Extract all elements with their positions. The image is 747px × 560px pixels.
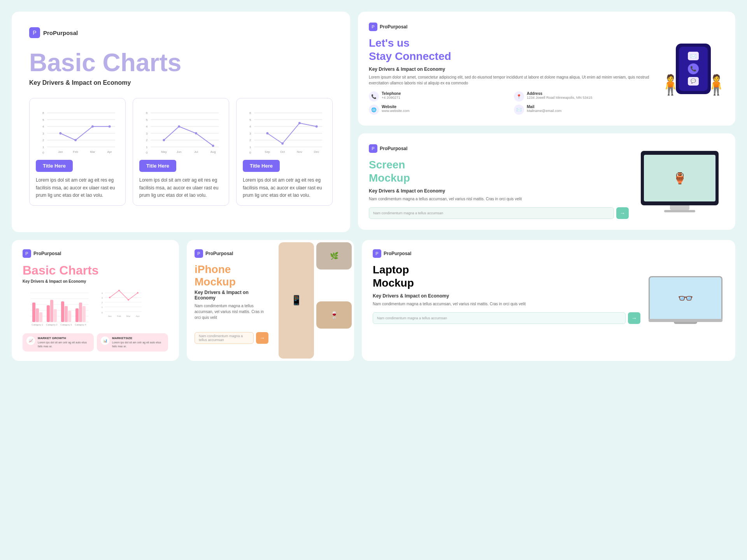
monitor-stand	[670, 205, 689, 210]
svg-rect-69	[32, 303, 35, 322]
svg-text:3: 3	[42, 132, 44, 135]
laptop-logo-row: P ProPurposal	[373, 249, 640, 258]
iphone-subtitle: Key Drivers & Impact on Economy	[195, 290, 268, 301]
svg-text:2: 2	[146, 139, 147, 142]
screen-body: Nam condimentum magna a tellus accumsan,…	[369, 196, 629, 202]
svg-rect-75	[54, 309, 57, 322]
svg-point-39	[178, 126, 180, 128]
chart-3-title-btn[interactable]: Title Here	[243, 160, 280, 172]
svg-text:0: 0	[146, 151, 148, 155]
svg-rect-73	[47, 305, 50, 322]
iphone-logo-row: P ProPurposal	[195, 249, 268, 258]
svg-text:Jan: Jan	[108, 315, 112, 317]
connected-content: P ProPurposal Let's us Stay Connected Ke…	[369, 23, 656, 115]
screen-input-row: Nam condimentum magna a tellus accumsan …	[369, 207, 629, 219]
svg-point-102	[137, 292, 139, 294]
screen-mockup-card: P ProPurposal Screen Mockup Key Drivers …	[358, 133, 735, 230]
svg-point-101	[128, 299, 129, 301]
bottom-charts-body: Category 1 Category 2 Category 3	[23, 289, 168, 329]
small-line-chart-svg: 4 3 2 1 0 Jan Feb Mar Apr	[99, 289, 146, 320]
svg-text:Apr: Apr	[107, 150, 112, 154]
screen-mockup-content: P ProPurposal Screen Mockup Key Drivers …	[369, 144, 629, 219]
svg-rect-70	[36, 308, 39, 322]
laptop-card: P ProPurposal Laptop Mockup Key Drivers …	[362, 240, 735, 361]
iphone-input-field[interactable]: Nam condimentum magna a tellus accumsan	[195, 332, 254, 344]
main-logo-text: ProPurposal	[43, 30, 78, 36]
screen-mockup-inner: P ProPurposal Screen Mockup Key Drivers …	[369, 144, 724, 219]
iphone-img-left: 📱	[279, 242, 314, 359]
iphone-title: iPhone Mockup	[195, 263, 268, 288]
person-left-illustration: 🧍	[658, 74, 682, 96]
svg-text:Nov: Nov	[297, 150, 302, 154]
svg-rect-71	[39, 312, 42, 322]
chart-box-2: 6 5 4 3 2 1 0 May Jun Jul Aug	[133, 98, 229, 206]
contact-address: 📍 Address 1234 Jowell Road Minneapolis, …	[514, 91, 656, 102]
info-box-marketsize: 📊 MARKETSIZE Lorem ips dol sit am cetr a…	[97, 333, 168, 352]
screen-title: Screen Mockup	[369, 158, 629, 184]
svg-rect-74	[50, 300, 53, 322]
svg-text:Category 2: Category 2	[46, 324, 58, 326]
connected-card-inner: P ProPurposal Let's us Stay Connected Ke…	[369, 23, 724, 115]
svg-text:5: 5	[249, 118, 251, 122]
svg-text:3: 3	[249, 132, 251, 135]
svg-text:0: 0	[249, 151, 251, 155]
chart-box-1: 6 5 4 3 2 1 0 Jan Feb Mar Apr	[29, 98, 126, 206]
laptop-input-button[interactable]: →	[628, 312, 640, 324]
charts-row: 6 5 4 3 2 1 0 Jan Feb Mar Apr	[29, 98, 333, 206]
message-icon: ✉️	[688, 52, 699, 60]
line-chart-1: 6 5 4 3 2 1 0 Jan Feb Mar Apr	[36, 105, 119, 155]
info-boxes: 📈 MARKET GROWTH Lorem ips dol sit am cet…	[23, 333, 168, 352]
laptop-input-field[interactable]: Nam condimentum magna a tellus accumsan	[373, 312, 626, 324]
chart-2-title-btn[interactable]: Title Here	[139, 160, 176, 172]
laptop-card-inner: P ProPurposal Laptop Mockup Key Drivers …	[373, 249, 724, 324]
main-logo-row: P ProPurposal	[29, 27, 333, 38]
svg-text:5: 5	[42, 118, 44, 122]
svg-text:Jan: Jan	[58, 150, 63, 154]
svg-text:1: 1	[102, 306, 103, 308]
chart-1-desc: Lorem ips dol sit am cetr ag eit res eg …	[36, 177, 119, 199]
svg-text:Category 1: Category 1	[32, 324, 43, 326]
bar-chart-container: Category 1 Category 2 Category 3	[23, 289, 93, 329]
screen-input-field[interactable]: Nam condimentum magna a tellus accumsan	[369, 207, 614, 219]
svg-text:1: 1	[42, 145, 44, 149]
svg-text:2: 2	[102, 301, 103, 304]
iphone-input-row: Nam condimentum magna a tellus accumsan …	[195, 332, 268, 344]
svg-point-18	[74, 139, 77, 142]
bottom-charts-logo-text: ProPurposal	[33, 251, 61, 256]
website-icon: 🌐	[369, 105, 379, 115]
svg-text:1: 1	[249, 145, 251, 149]
svg-point-38	[163, 139, 165, 142]
laptop-illustration: 👓	[647, 249, 724, 324]
iphone-input-button[interactable]: →	[256, 332, 268, 344]
mail-icon: ✉️	[514, 105, 524, 115]
svg-text:6: 6	[146, 112, 147, 115]
iphone-card-inner: P ProPurposal iPhone Mockup Key Drivers …	[187, 240, 354, 361]
svg-text:3: 3	[102, 297, 103, 299]
laptop-content: P ProPurposal Laptop Mockup Key Drivers …	[373, 249, 640, 324]
laptop-logo-text: ProPurposal	[384, 251, 411, 256]
laptop-screen: 👓	[649, 276, 722, 319]
info-box-market-growth: 📈 MARKET GROWTH Lorem ips dol sit am cet…	[23, 333, 94, 352]
svg-point-40	[195, 132, 197, 135]
svg-text:Dec: Dec	[314, 150, 319, 154]
contact-grid: 📞 Telephone +4 2090271 📍 Address 1234 Jo…	[369, 91, 656, 115]
screen-input-button[interactable]: →	[616, 207, 629, 219]
svg-text:May: May	[161, 150, 167, 154]
laptop-base	[649, 319, 722, 322]
right-column: P ProPurposal Let's us Stay Connected Ke…	[358, 12, 735, 232]
svg-text:Category 4: Category 4	[75, 324, 86, 326]
svg-point-20	[109, 126, 111, 128]
chart-1-title-btn[interactable]: Title Here	[36, 160, 73, 172]
svg-text:2: 2	[42, 139, 44, 142]
svg-text:0: 0	[42, 151, 44, 155]
laptop-body: Nam condimentum magna a tellus accumsan,…	[373, 301, 640, 307]
telephone-icon: 📞	[369, 91, 379, 102]
svg-point-60	[281, 142, 284, 145]
svg-text:Category 3: Category 3	[60, 324, 72, 326]
contact-mail: ✉️ Mail Mailname@email.com	[514, 105, 656, 115]
svg-text:Oct: Oct	[280, 150, 285, 154]
phone-screen: ✉️ 📞 💬	[679, 47, 708, 91]
svg-text:6: 6	[42, 112, 44, 115]
small-line-chart-container: 4 3 2 1 0 Jan Feb Mar Apr	[99, 289, 168, 329]
laptop-logo-icon: P	[373, 249, 381, 258]
